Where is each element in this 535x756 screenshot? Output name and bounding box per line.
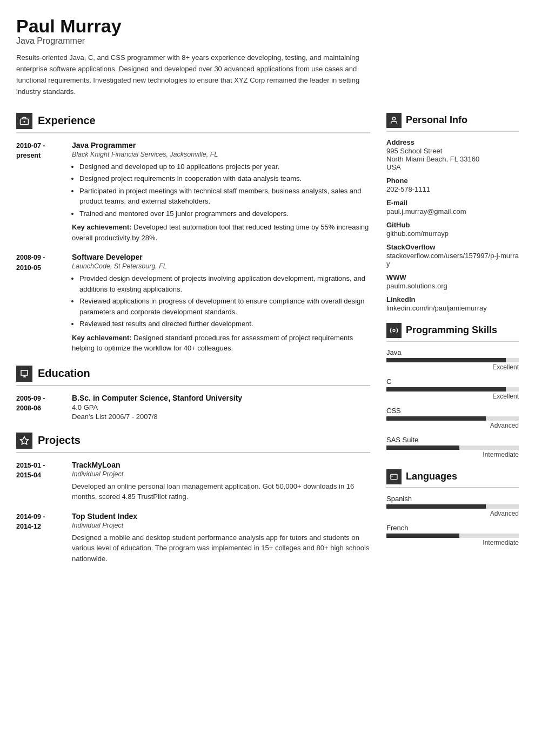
- skill-css-bar-fill: [386, 416, 486, 421]
- bullet-item: Designed and developed up to 10 applicat…: [79, 161, 370, 172]
- skill-css-name: CSS: [386, 407, 519, 415]
- address-line-1: 995 School Street: [386, 147, 519, 155]
- project-entry-1-date: 2015-01 - 2015-04: [16, 461, 62, 502]
- experience-title: Experience: [38, 114, 96, 127]
- skill-java-bar-fill: [386, 358, 506, 362]
- experience-entry-1-content: Java Programmer Black Knight Financial S…: [72, 141, 370, 244]
- education-section: Education 2005-09 - 2008-06 B.Sc. in Com…: [16, 366, 370, 421]
- header-name: Paul Murray: [16, 16, 519, 36]
- stackoverflow-value: stackoverflow.com/users/157997/p-j-murra…: [386, 252, 519, 268]
- languages-title: Languages: [406, 471, 457, 482]
- github-value: github.com/murrayp: [386, 230, 519, 238]
- skill-c-level: Excellent: [386, 393, 519, 400]
- address-item: Address 995 School Street North Miami Be…: [386, 138, 519, 171]
- skill-java: Java Excellent: [386, 348, 519, 371]
- personal-info-section: Personal Info Address 995 School Street …: [386, 113, 519, 312]
- skill-sas-name: SAS Suite: [386, 436, 519, 444]
- skill-java-bar-bg: [386, 358, 519, 362]
- bullet-item: Designed project requirements in coopera…: [79, 173, 370, 184]
- www-value: paulm.solutions.org: [386, 282, 519, 290]
- skill-css: CSS Advanced: [386, 407, 519, 429]
- left-column: Experience 2010-07 - present Java Progra…: [16, 113, 370, 576]
- education-section-header: Education: [16, 366, 370, 386]
- experience-entry-2-bullets: Provided design development of projects …: [72, 273, 370, 329]
- address-line-2: North Miami Beach, FL 33160: [386, 155, 519, 163]
- experience-entry-1-achievement: Key achievement: Developed test automati…: [72, 222, 370, 243]
- projects-icon: [16, 433, 32, 449]
- experience-entry-1-bullets: Designed and developed up to 10 applicat…: [72, 161, 370, 219]
- lang-spanish-name: Spanish: [386, 495, 519, 503]
- experience-entry-2-subtitle: LaunchCode, St Petersburg, FL: [72, 262, 370, 270]
- www-label: WWW: [386, 273, 519, 281]
- skill-sas-bar-bg: [386, 446, 519, 450]
- programming-skills-title: Programming Skills: [406, 325, 497, 336]
- project-entry-1-subtitle: Individual Project: [72, 470, 370, 478]
- experience-entry-2-content: Software Developer LaunchCode, St Peters…: [72, 253, 370, 354]
- education-entry-1: 2005-09 - 2008-06 B.Sc. in Computer Scie…: [16, 394, 370, 421]
- project-entry-2: 2014-09 - 2014-12 Top Student Index Indi…: [16, 512, 370, 564]
- lang-spanish-bar-fill: [386, 504, 486, 509]
- svg-point-4: [392, 117, 395, 120]
- bullet-item: Reviewed test results and directed furth…: [79, 319, 370, 329]
- experience-icon: [16, 113, 32, 129]
- project-entry-2-date: 2014-09 - 2014-12: [16, 512, 62, 564]
- project-entry-1-description: Developed an online personal loan manage…: [72, 481, 370, 502]
- lang-french-bar-fill: [386, 534, 459, 538]
- experience-entry-1-date: 2010-07 - present: [16, 141, 62, 244]
- email-label: E-mail: [386, 199, 519, 207]
- education-entry-1-title: B.Sc. in Computer Science, Stanford Univ…: [72, 394, 370, 402]
- skill-c-bar-bg: [386, 387, 519, 392]
- experience-section-header: Experience: [16, 113, 370, 133]
- skill-css-bar-bg: [386, 416, 519, 421]
- personal-info-icon: [386, 113, 402, 128]
- lang-french-level: Intermediate: [386, 539, 519, 546]
- lang-french-bar-bg: [386, 534, 519, 538]
- projects-title: Projects: [38, 434, 81, 447]
- experience-entry-2: 2008-09 - 2010-05 Software Developer Lau…: [16, 253, 370, 354]
- lang-spanish-bar-bg: [386, 504, 519, 509]
- phone-label: Phone: [386, 177, 519, 185]
- lang-french-name: French: [386, 524, 519, 532]
- linkedin-item: LinkedIn linkedin.com/in/pauljamiemurray: [386, 295, 519, 312]
- svg-rect-6: [391, 474, 397, 479]
- experience-entry-1-subtitle: Black Knight Financial Services, Jackson…: [72, 151, 370, 158]
- stackoverflow-label: StackOverflow: [386, 243, 519, 251]
- skill-c-bar-fill: [386, 387, 506, 392]
- email-item: E-mail paul.j.murray@gmail.com: [386, 199, 519, 215]
- skill-c-name: C: [386, 377, 519, 386]
- programming-skills-section: Programming Skills Java Excellent C Exce…: [386, 323, 519, 458]
- education-gpa: 4.0 GPA: [72, 403, 370, 411]
- bullet-item: Provided design development of projects …: [79, 273, 370, 294]
- stackoverflow-item: StackOverflow stackoverflow.com/users/15…: [386, 243, 519, 268]
- lang-spanish-level: Advanced: [386, 510, 519, 517]
- education-entry-1-content: B.Sc. in Computer Science, Stanford Univ…: [72, 394, 370, 421]
- skill-java-level: Excellent: [386, 363, 519, 371]
- skill-sas-level: Intermediate: [386, 451, 519, 458]
- education-entry-1-date: 2005-09 - 2008-06: [16, 394, 62, 421]
- phone-value: 202-578-1111: [386, 185, 519, 193]
- programming-skills-header: Programming Skills: [386, 323, 519, 342]
- project-entry-2-content: Top Student Index Individual Project Des…: [72, 512, 370, 564]
- header-section: Paul Murray Java Programmer Results-orie…: [16, 16, 519, 98]
- skill-c: C Excellent: [386, 377, 519, 400]
- experience-entry-1: 2010-07 - present Java Programmer Black …: [16, 141, 370, 244]
- lang-french: French Intermediate: [386, 524, 519, 546]
- linkedin-value: linkedin.com/in/pauljamiemurray: [386, 304, 519, 312]
- projects-section-header: Projects: [16, 433, 370, 453]
- right-column: Personal Info Address 995 School Street …: [386, 113, 519, 576]
- programming-skills-icon: [386, 323, 402, 338]
- linkedin-label: LinkedIn: [386, 295, 519, 303]
- address-label: Address: [386, 138, 519, 146]
- project-entry-2-subtitle: Individual Project: [72, 522, 370, 529]
- two-col-layout: Experience 2010-07 - present Java Progra…: [16, 113, 519, 576]
- skill-css-level: Advanced: [386, 422, 519, 429]
- experience-entry-2-achievement: Key achievement: Designed standard proce…: [72, 333, 370, 354]
- header-summary: Results-oriented Java, C, and CSS progra…: [16, 52, 367, 97]
- address-line-3: USA: [386, 163, 519, 171]
- experience-section: Experience 2010-07 - present Java Progra…: [16, 113, 370, 354]
- github-item: GitHub github.com/murrayp: [386, 221, 519, 238]
- experience-entry-2-title: Software Developer: [72, 253, 370, 261]
- project-entry-1-content: TrackMyLoan Individual Project Developed…: [72, 461, 370, 502]
- project-entry-1: 2015-01 - 2015-04 TrackMyLoan Individual…: [16, 461, 370, 502]
- education-icon: [16, 366, 32, 382]
